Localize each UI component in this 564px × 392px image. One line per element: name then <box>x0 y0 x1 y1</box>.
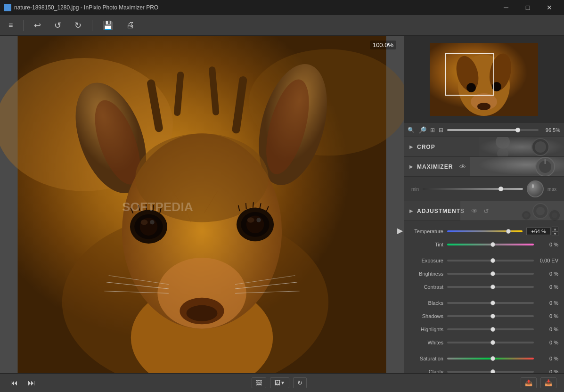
window-controls: ─ □ ✕ <box>495 0 560 15</box>
contrast-track <box>447 286 534 288</box>
fill-icon[interactable]: ⊟ <box>439 127 443 133</box>
crop-section-header[interactable]: ▶ CROP <box>404 137 564 157</box>
blacks-thumb[interactable] <box>490 301 495 305</box>
rotate-button[interactable]: ↻ <box>293 377 307 388</box>
temperature-slider[interactable] <box>447 230 523 232</box>
eye-icon[interactable]: 👁 <box>459 163 466 171</box>
tint-thumb[interactable] <box>490 242 495 247</box>
save-button[interactable]: 💾 <box>100 18 116 33</box>
maximizer-knob[interactable] <box>527 180 544 197</box>
zoom-slider-fill <box>447 129 520 131</box>
temperature-thumb[interactable] <box>506 229 511 234</box>
titlebar: nature-1898150_1280.jpg - InPixio Photo … <box>0 0 564 15</box>
first-frame-button[interactable]: ⏮ <box>8 377 21 389</box>
temperature-up[interactable]: ▲ <box>552 227 558 231</box>
svg-point-52 <box>466 83 476 92</box>
temperature-track <box>447 230 523 232</box>
fit-icon[interactable]: ⊞ <box>430 127 435 133</box>
adjustments-arrow-icon: ▶ <box>409 208 413 213</box>
right-panel: 🔍 🔎 ⊞ ⊟ 96.5% <box>404 36 564 373</box>
shadows-thumb[interactable] <box>490 314 495 318</box>
main-toolbar: ≡ ↩ ↺ ↻ 💾 🖨 <box>0 15 564 36</box>
maximize-button[interactable]: □ <box>517 0 539 15</box>
highlights-slider[interactable] <box>447 328 534 330</box>
svg-line-43 <box>246 203 246 209</box>
minimize-button[interactable]: ─ <box>495 0 517 15</box>
contrast-thumb[interactable] <box>490 285 495 289</box>
blacks-track <box>447 302 534 304</box>
photo-view-button[interactable]: 🖼 <box>252 377 266 388</box>
window-title: nature-1898150_1280.jpg - InPixio Photo … <box>14 4 158 11</box>
highlights-track <box>447 328 534 330</box>
shadows-slider[interactable] <box>447 315 534 317</box>
brightness-slider[interactable] <box>447 273 534 275</box>
toolbar-separator-1 <box>23 20 24 31</box>
whites-slider[interactable] <box>447 342 534 343</box>
export-button[interactable]: 📤 <box>521 377 537 388</box>
menu-button[interactable]: ≡ <box>6 19 16 32</box>
clarity-label: Clarity <box>409 369 443 373</box>
crop-title: CROP <box>417 144 435 150</box>
zoom-out-icon[interactable]: 🔍 <box>408 127 415 133</box>
maximizer-content: min max <box>404 177 564 201</box>
app-icon <box>4 4 11 11</box>
temperature-value-input[interactable] <box>526 228 551 235</box>
compare-icon: 🖼 <box>274 379 280 386</box>
zoom-indicator: 100.0% <box>370 41 396 49</box>
thumbnail-area <box>404 36 564 123</box>
clarity-thumb[interactable] <box>490 369 495 373</box>
exposure-thumb[interactable] <box>490 258 495 263</box>
next-frame-button[interactable]: ⏮ <box>25 377 38 389</box>
main-content: SOFTPEDIA 100.0% <box>0 36 564 373</box>
saturation-thumb[interactable] <box>490 356 495 361</box>
tint-track <box>447 244 534 245</box>
tint-value: 0 % <box>538 242 558 247</box>
maximizer-slider[interactable] <box>423 188 523 190</box>
maximizer-section-header[interactable]: ▶ MAXIMIZER 👁 <box>404 157 564 177</box>
export-icon: 📤 <box>525 379 532 386</box>
exposure-slider[interactable] <box>447 260 534 261</box>
adjustments-section: ▶ ADJUSTMENTS 👁 ↺ Temperature <box>404 201 564 373</box>
blacks-slider[interactable] <box>447 302 534 304</box>
compare-button[interactable]: 🖼 ▼ <box>270 377 289 388</box>
brightness-label: Brightness <box>409 271 443 277</box>
contrast-value: 0 % <box>538 284 558 290</box>
saturation-label: Saturation <box>409 356 443 361</box>
temperature-down[interactable]: ▼ <box>552 231 558 236</box>
clarity-row: Clarity 0 % <box>404 365 564 373</box>
highlights-row: Highlights 0 % <box>404 323 564 336</box>
back-icon: 📥 <box>545 379 552 386</box>
highlights-thumb[interactable] <box>490 327 495 332</box>
svg-text:SOFTPEDIA: SOFTPEDIA <box>122 200 193 214</box>
tint-label: Tint <box>409 242 443 247</box>
shadows-row: Shadows 0 % <box>404 310 564 323</box>
brightness-thumb[interactable] <box>490 271 495 276</box>
shadows-value: 0 % <box>538 313 558 319</box>
back-button[interactable]: 📥 <box>540 377 556 388</box>
titlebar-left: nature-1898150_1280.jpg - InPixio Photo … <box>4 4 158 11</box>
close-button[interactable]: ✕ <box>539 0 560 15</box>
blacks-value: 0 % <box>538 300 558 306</box>
contrast-slider[interactable] <box>447 286 534 288</box>
main-image: SOFTPEDIA <box>0 36 404 373</box>
adjustments-section-header[interactable]: ▶ ADJUSTMENTS 👁 ↺ <box>404 201 564 221</box>
redo-button[interactable]: ↻ <box>72 18 84 33</box>
tint-row: Tint 0 % <box>404 238 564 251</box>
print-button[interactable]: 🖨 <box>123 18 138 32</box>
zoom-in-icon[interactable]: 🔎 <box>418 126 426 134</box>
tint-slider[interactable] <box>447 244 534 245</box>
clarity-slider[interactable] <box>447 371 534 373</box>
canvas-area[interactable]: SOFTPEDIA 100.0% <box>0 36 404 373</box>
whites-thumb[interactable] <box>490 340 495 345</box>
blacks-row: Blacks 0 % <box>404 296 564 310</box>
maximizer-section: ▶ MAXIMIZER 👁 min max <box>404 157 564 201</box>
bottom-left-controls: ⏮ ⏮ <box>8 377 38 389</box>
contrast-label: Contrast <box>409 284 443 290</box>
undo2-button[interactable]: ↺ <box>51 18 64 33</box>
max-min-label: min <box>411 187 419 192</box>
panel-content[interactable]: ▶ CROP ▶ MAXIMIZER <box>404 137 564 373</box>
zoom-slider[interactable] <box>447 129 539 131</box>
undo-button[interactable]: ↩ <box>31 18 44 33</box>
svg-point-17 <box>140 220 147 225</box>
saturation-slider[interactable] <box>447 358 534 359</box>
